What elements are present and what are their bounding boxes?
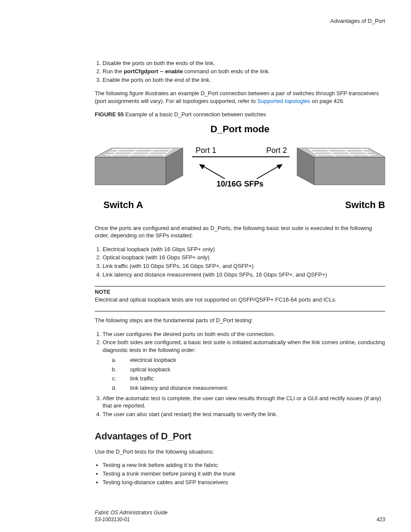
paragraph: Use the D_Port tests for the following s… — [95, 448, 385, 456]
footer-left: Fabric OS Administrators Guide 53-100313… — [95, 509, 168, 523]
step-item: After the automatic test is complete, th… — [103, 395, 385, 410]
page-footer: Fabric OS Administrators Guide 53-100313… — [95, 509, 385, 523]
step-item: Enable the ports on both the end of the … — [103, 76, 385, 84]
tests-list: Electrical loopback (with 16 Gbps SFP+ o… — [95, 246, 385, 278]
command-text: portCfgdport -- enable — [124, 68, 183, 75]
connection-line — [192, 156, 290, 157]
text: command on both ends of the link. — [183, 68, 270, 75]
step-item: Run the portCfgdport -- enable command o… — [103, 68, 385, 75]
svg-marker-10 — [314, 157, 385, 185]
bullet-item: Testing long-distance cables and SFP tra… — [103, 479, 385, 486]
figure-label: FIGURE 55 — [95, 111, 125, 118]
doc-number: 53-1003130-01 — [95, 516, 168, 523]
step-item: The user can also start (and restart) th… — [103, 411, 385, 418]
paragraph: Once the ports are configured and enable… — [95, 224, 385, 240]
switch-b-label: Switch B — [345, 199, 385, 212]
step-item: Disable the ports on both the ends of th… — [103, 59, 385, 67]
figure-heading: D_Port mode — [211, 123, 270, 136]
sub-steps: electrical loopback optical loopback lin… — [103, 356, 385, 392]
svg-line-22 — [257, 166, 279, 179]
note-body: Electrical and optical loopback tests ar… — [95, 296, 385, 304]
sub-step: link traffic — [118, 375, 385, 383]
svg-line-20 — [202, 166, 225, 179]
test-item: Optical loopback (with 16 Gbps SFP+ only… — [103, 254, 385, 261]
figure-55: D_Port mode — [95, 123, 385, 218]
switch-a-icon — [95, 148, 183, 185]
switch-a-label: Switch A — [103, 199, 143, 212]
divider — [95, 311, 385, 311]
doc-title: Fabric OS Administrators Guide — [95, 509, 168, 516]
link-supported-topologies[interactable]: Supported topologies — [257, 98, 310, 104]
sub-step: optical loopback — [118, 366, 385, 373]
port2-label: Port 2 — [266, 145, 287, 156]
step-item: Once both sides are configured, a basic … — [103, 339, 385, 392]
step-item: The user configures the desired ports on… — [103, 330, 385, 338]
test-item: Electrical loopback (with 16 Gbps SFP+ o… — [103, 246, 385, 253]
figure-caption: FIGURE 55 Example of a basic D_Port conn… — [95, 111, 385, 118]
test-item: Link latency and distance measurement (w… — [103, 271, 385, 279]
section-heading: Advantages of D_Port — [95, 430, 385, 443]
bullet-item: Testing a new link before adding it to t… — [103, 461, 385, 469]
figure-title: Example of a basic D_Port connection bet… — [125, 111, 266, 118]
text: Once both sides are configured, a basic … — [103, 339, 385, 353]
header-breadcrumb: Advantages of D_Port — [95, 17, 385, 25]
switch-b-icon — [297, 148, 385, 185]
bullet-list: Testing a new link before adding it to t… — [95, 461, 385, 486]
divider — [95, 286, 385, 286]
test-item: Link traffic (with 10 Gbps SFPs, 16 Gbps… — [103, 262, 385, 270]
bullet-item: Testing a trunk member before joining it… — [103, 470, 385, 478]
page-number: 423 — [377, 516, 385, 523]
paragraph: The following figure illustrates an exam… — [95, 90, 385, 105]
sfp-label: 10/16G SFPs — [216, 179, 263, 189]
paragraph: The following steps are the fundamental … — [95, 317, 385, 324]
text: Run the — [103, 68, 124, 75]
sub-step: link latency and distance measurement. — [118, 384, 385, 392]
steps-list-2: The user configures the desired ports on… — [95, 330, 385, 418]
sub-step: electrical loopback — [118, 356, 385, 364]
note-title: NOTE — [95, 288, 385, 296]
text: on page 426. — [310, 98, 345, 104]
steps-list-1: Disable the ports on both the ends of th… — [95, 59, 385, 84]
svg-marker-0 — [95, 157, 166, 185]
port1-label: Port 1 — [196, 145, 216, 156]
